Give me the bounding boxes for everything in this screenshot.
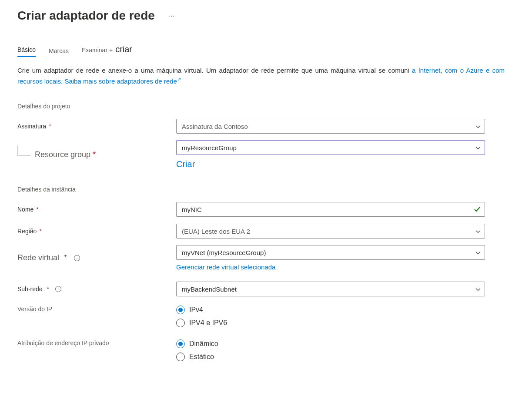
radio-icon xyxy=(176,339,185,348)
radio-icon xyxy=(176,306,185,314)
external-link-icon: ↗ xyxy=(177,76,181,83)
tab-review-label-b: criar xyxy=(115,44,132,54)
required-icon: * xyxy=(36,206,38,213)
radio-icon xyxy=(176,319,185,327)
ip-version-label: Versão do IP xyxy=(17,306,176,312)
radio-ipv4-label: IPv4 xyxy=(189,306,203,314)
section-instance-details: Detalhes da instância xyxy=(17,186,505,193)
resource-group-value: myResourceGroup xyxy=(182,144,237,151)
name-label: Nome * xyxy=(17,206,176,213)
page-title: Criar adaptador de rede xyxy=(17,9,155,23)
vnet-select[interactable]: myVNet (myResourceGroup) xyxy=(176,245,485,260)
manage-vnet-link[interactable]: Gerenciar rede virtual selecionada xyxy=(176,263,485,271)
info-icon[interactable]: i xyxy=(74,255,80,261)
required-icon: * xyxy=(93,150,96,159)
vnet-label: Rede virtual * i xyxy=(17,253,176,262)
name-value: myNIC xyxy=(182,206,202,213)
resource-group-label: Resource group xyxy=(35,150,90,159)
subscription-select[interactable]: Assinatura da Contoso xyxy=(176,119,485,134)
intro-text: Crie um adaptador de rede e anexe-o a um… xyxy=(17,66,505,86)
more-icon[interactable]: ⋯ xyxy=(168,12,176,20)
name-input[interactable]: myNIC xyxy=(176,202,485,217)
subnet-select[interactable]: myBackendSubnet xyxy=(176,282,485,296)
subnet-value: myBackendSubnet xyxy=(182,286,237,293)
region-label: Região * xyxy=(17,228,176,235)
radio-static-label: Estático xyxy=(189,353,214,361)
radio-ipv4-ipv6-label: IPV4 e IPV6 xyxy=(189,319,227,327)
tab-basic[interactable]: Básico xyxy=(17,46,36,57)
vnet-value: myVNet (myResourceGroup) xyxy=(182,249,266,256)
radio-ipv4-ipv6[interactable]: IPV4 e IPV6 xyxy=(176,319,485,327)
required-icon: * xyxy=(49,123,51,130)
radio-ipv4[interactable]: IPv4 xyxy=(176,306,485,314)
ip-assignment-label: Atribuição de endereço IP privado xyxy=(17,339,176,346)
radio-static[interactable]: Estático xyxy=(176,353,485,361)
tab-review-create[interactable]: Examinar + criar xyxy=(82,44,132,57)
radio-dynamic[interactable]: Dinâmico xyxy=(176,339,485,348)
subscription-value: Assinatura da Contoso xyxy=(182,123,248,130)
learn-more-link[interactable]: Saiba mais sobre adaptadores de rede↗ xyxy=(64,77,181,85)
region-select[interactable]: (EUA) Leste dos EUA 2 xyxy=(176,224,485,239)
section-project-details: Detalhes do projeto xyxy=(17,103,505,110)
radio-icon xyxy=(176,353,185,361)
info-icon[interactable]: i xyxy=(55,286,61,292)
subscription-label: Assinatura * xyxy=(17,123,176,130)
create-link[interactable]: Criar xyxy=(176,159,485,169)
tab-review-label-a: Examinar + xyxy=(82,47,113,54)
ip-assignment-group: Dinâmico Estático xyxy=(176,339,485,361)
tabs: Básico Marcas Examinar + criar xyxy=(17,44,505,57)
ip-version-group: IPv4 IPV4 e IPV6 xyxy=(176,306,485,327)
subnet-label: Sub-rede * i xyxy=(17,286,176,292)
resource-group-select[interactable]: myResourceGroup xyxy=(176,140,485,155)
required-icon: * xyxy=(39,228,41,235)
radio-dynamic-label: Dinâmico xyxy=(189,340,218,348)
tree-indent-icon xyxy=(17,154,35,156)
region-value: (EUA) Leste dos EUA 2 xyxy=(182,228,250,235)
intro-plain: Crie um adaptador de rede e anexe-o a um… xyxy=(17,67,409,74)
tab-tags[interactable]: Marcas xyxy=(49,47,69,57)
